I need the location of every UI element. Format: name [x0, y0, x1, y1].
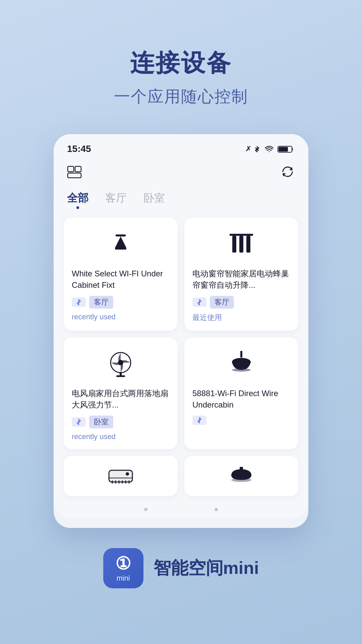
- bottom-bar: [54, 503, 308, 518]
- svg-rect-22: [109, 470, 132, 482]
- svg-rect-12: [239, 236, 243, 253]
- device-card-4[interactable]: 58881-Wi-Fi Direct Wire Undercabin: [184, 337, 298, 449]
- app-footer: ① mini 智能空间mini: [103, 548, 259, 588]
- recently-used-3: recently used: [72, 432, 170, 441]
- refresh-button[interactable]: [280, 164, 295, 182]
- device-card-1[interactable]: White Select WI-FI Under Cabinet Fixt 客厅…: [64, 218, 178, 331]
- device-icon-area-3: [72, 347, 170, 381]
- scroll-dot-2: [215, 508, 218, 511]
- device-icon-area-1: [72, 228, 170, 261]
- bluetooth-tag-3: [72, 417, 86, 427]
- app-icon: ① mini: [103, 548, 143, 588]
- tab-living-room[interactable]: 客厅: [105, 191, 127, 208]
- scroll-dot-1: [144, 508, 147, 511]
- svg-point-24: [126, 472, 129, 476]
- svg-rect-18: [240, 351, 242, 358]
- recently-used-2: 最近使用: [192, 313, 290, 323]
- svg-point-0: [269, 151, 270, 152]
- bluetooth-tag-1: [72, 298, 86, 307]
- svg-rect-6: [68, 173, 81, 178]
- devices-grid: White Select WI-FI Under Cabinet Fixt 客厅…: [54, 214, 308, 456]
- phone-mockup: 15:45 ✗: [54, 134, 308, 528]
- svg-text:⚡: ⚡: [293, 147, 295, 152]
- svg-rect-7: [116, 234, 126, 236]
- svg-rect-11: [232, 236, 236, 253]
- device-tags-3: 卧室: [72, 416, 170, 428]
- svg-rect-2: [279, 147, 288, 152]
- device-icon-area-2: [192, 228, 290, 261]
- wifi-status-icon: [265, 145, 274, 153]
- battery-icon: ⚡: [278, 145, 295, 153]
- svg-point-32: [231, 478, 251, 482]
- device-name-1: White Select WI-FI Under Cabinet Fixt: [72, 268, 170, 290]
- status-bar: 15:45 ✗: [54, 134, 308, 158]
- room-tag-1: 客厅: [89, 296, 113, 309]
- bluetooth-tag-4: [192, 416, 206, 425]
- device-tags-2: 客厅: [192, 296, 290, 309]
- pendant-lamp-icon: [226, 349, 256, 379]
- recently-used-4: [192, 429, 290, 437]
- svg-rect-9: [115, 248, 126, 250]
- header-title: 连接设备: [114, 47, 248, 79]
- svg-point-20: [232, 368, 251, 372]
- device-tags-1: 客厅: [72, 296, 170, 309]
- device-name-3: 电风扇家用台式两用落地扇大风强力节...: [72, 388, 170, 410]
- app-name: 智能空间mini: [154, 556, 259, 580]
- recently-used-1: recently used: [72, 313, 170, 321]
- app-icon-mini-label: mini: [116, 574, 130, 583]
- tabs-bar: 全部 客厅 卧室: [54, 186, 308, 214]
- partial-card-2[interactable]: [184, 456, 298, 496]
- svg-rect-17: [116, 375, 125, 377]
- device-name-4: 58881-Wi-Fi Direct Wire Undercabin: [192, 388, 290, 410]
- curtain-icon: [226, 230, 256, 259]
- room-tag-3: 卧室: [89, 416, 113, 428]
- svg-rect-5: [75, 166, 81, 172]
- device-tags-4: [192, 416, 290, 425]
- device-card-2[interactable]: 电动窗帘智能家居电动蜂巢帘窗帘自动升降... 客厅 最近使用: [184, 218, 298, 331]
- status-time: 15:45: [67, 144, 91, 154]
- tab-bedroom[interactable]: 卧室: [143, 191, 165, 208]
- fan-icon: [106, 349, 136, 379]
- partial-card-1[interactable]: [64, 456, 178, 496]
- header-section: 连接设备 一个应用随心控制: [114, 47, 248, 107]
- tab-all[interactable]: 全部: [67, 191, 88, 208]
- room-tag-2: 客厅: [210, 296, 234, 309]
- under-cabinet-light-icon: [106, 229, 136, 260]
- ac-icon: [107, 465, 134, 489]
- svg-rect-13: [246, 236, 250, 253]
- partial-cards-row: [54, 456, 308, 503]
- svg-marker-8: [115, 236, 126, 248]
- phone-screen: 15:45 ✗: [54, 134, 308, 518]
- app-icon-symbol: ①: [115, 554, 131, 573]
- header-subtitle: 一个应用随心控制: [114, 86, 248, 107]
- device-name-2: 电动窗帘智能家居电动蜂巢帘窗帘自动升降...: [192, 268, 290, 290]
- bluetooth-status-icon: ✗: [245, 145, 261, 153]
- status-icons: ✗: [245, 145, 295, 153]
- svg-rect-4: [68, 166, 74, 172]
- bluetooth-tag-2: [192, 298, 206, 307]
- dome-light-icon: [228, 465, 255, 489]
- device-icon-area-4: [192, 347, 290, 381]
- menu-icon[interactable]: [67, 165, 82, 182]
- top-bar: [54, 158, 308, 186]
- device-card-3[interactable]: 电风扇家用台式两用落地扇大风强力节... 卧室 recently used: [64, 337, 178, 449]
- svg-rect-10: [230, 234, 253, 236]
